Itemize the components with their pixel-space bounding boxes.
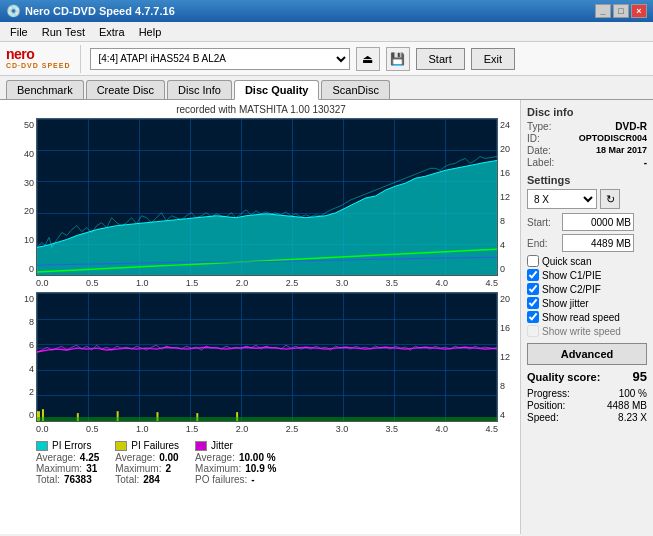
disc-type-value: DVD-R — [615, 121, 647, 132]
progress-section: Progress: 100 % Position: 4488 MB Speed:… — [527, 388, 647, 423]
y-left-bot-6: 6 — [29, 340, 34, 350]
maximize-button[interactable]: □ — [613, 4, 629, 18]
chart-title: recorded with MATSHITA 1.00 130327 — [6, 104, 516, 115]
y-right-bot-16: 16 — [500, 323, 516, 333]
show-read-speed-checkbox[interactable] — [527, 311, 539, 323]
legend-max-label-jitter: Maximum: — [195, 463, 241, 474]
x-bot-2.5: 2.5 — [286, 424, 299, 434]
save-button[interactable]: 💾 — [386, 47, 410, 71]
progress-value: 100 % — [619, 388, 647, 399]
y-right-bot-4: 4 — [500, 410, 516, 420]
legend-avg-label-pif: Average: — [115, 452, 155, 463]
y-right-top-12: 12 — [500, 192, 516, 202]
quality-score-label: Quality score: — [527, 371, 600, 383]
tab-benchmark[interactable]: Benchmark — [6, 80, 84, 99]
x-top-3.0: 3.0 — [336, 278, 349, 288]
disc-date-value: 18 Mar 2017 — [596, 145, 647, 156]
main-content: recorded with MATSHITA 1.00 130327 50 40… — [0, 100, 653, 534]
x-top-1.5: 1.5 — [186, 278, 199, 288]
x-bot-2.0: 2.0 — [236, 424, 249, 434]
show-c1pie-checkbox[interactable] — [527, 269, 539, 281]
show-write-speed-row: Show write speed — [527, 325, 647, 337]
speed-select[interactable]: 8 X 4 X 6 X 12 X 16 X Maximum — [527, 189, 597, 209]
tab-bar: Benchmark Create Disc Disc Info Disc Qua… — [0, 76, 653, 100]
quick-scan-checkbox[interactable] — [527, 255, 539, 267]
tab-scandisc[interactable]: ScanDisc — [321, 80, 389, 99]
y-right-top-0: 0 — [500, 264, 516, 274]
end-input[interactable] — [562, 234, 634, 252]
quick-scan-label: Quick scan — [542, 256, 591, 267]
menu-help[interactable]: Help — [133, 24, 168, 40]
show-read-speed-label: Show read speed — [542, 312, 620, 323]
legend-pi-errors: PI Errors Average: 4.25 Maximum: 31 Tota… — [36, 440, 99, 485]
bottom-chart-svg — [37, 293, 497, 421]
quality-score-value: 95 — [633, 369, 647, 384]
close-button[interactable]: × — [631, 4, 647, 18]
eject-button[interactable]: ⏏ — [356, 47, 380, 71]
x-top-1.0: 1.0 — [136, 278, 149, 288]
refresh-button[interactable]: ↻ — [600, 189, 620, 209]
disc-id-value: OPTODISCR004 — [579, 133, 647, 144]
exit-button[interactable]: Exit — [471, 48, 515, 70]
x-bot-1.5: 1.5 — [186, 424, 199, 434]
disc-label-value: - — [644, 157, 647, 168]
y-right-top-16: 16 — [500, 168, 516, 178]
speed-row-prog: Speed: 8.23 X — [527, 412, 647, 423]
disc-date-row: Date: 18 Mar 2017 — [527, 145, 647, 156]
show-jitter-label: Show jitter — [542, 298, 589, 309]
x-top-2.0: 2.0 — [236, 278, 249, 288]
tab-disc-info[interactable]: Disc Info — [167, 80, 232, 99]
start-mb-row: Start: — [527, 213, 647, 231]
disc-label-row: Label: - — [527, 157, 647, 168]
speed-row: 8 X 4 X 6 X 12 X 16 X Maximum ↻ — [527, 189, 647, 209]
quick-scan-row: Quick scan — [527, 255, 647, 267]
menu-file[interactable]: File — [4, 24, 34, 40]
nero-brand-text: nero — [6, 47, 71, 62]
minimize-button[interactable]: _ — [595, 4, 611, 18]
chart-area: recorded with MATSHITA 1.00 130327 50 40… — [0, 100, 520, 534]
legend-pi-failures: PI Failures Average: 0.00 Maximum: 2 Tot… — [115, 440, 179, 485]
progress-label: Progress: — [527, 388, 570, 399]
end-label: End: — [527, 238, 559, 249]
start-input[interactable] — [562, 213, 634, 231]
x-top-4.5: 4.5 — [485, 278, 498, 288]
legend-title-pif: PI Failures — [131, 440, 179, 451]
tab-create-disc[interactable]: Create Disc — [86, 80, 165, 99]
menu-extra[interactable]: Extra — [93, 24, 131, 40]
disc-type-label: Type: — [527, 121, 551, 132]
position-row: Position: 4488 MB — [527, 400, 647, 411]
x-bot-4.0: 4.0 — [436, 424, 449, 434]
legend-total-val-pie: 76383 — [64, 474, 92, 485]
x-bot-0.5: 0.5 — [86, 424, 99, 434]
svg-rect-8 — [37, 417, 497, 421]
legend-max-val-pif: 2 — [165, 463, 171, 474]
advanced-button[interactable]: Advanced — [527, 343, 647, 365]
show-c2pif-label: Show C2/PIF — [542, 284, 601, 295]
x-bot-3.5: 3.5 — [386, 424, 399, 434]
device-select[interactable]: [4:4] ATAPI iHAS524 B AL2A — [90, 48, 350, 70]
show-jitter-checkbox[interactable] — [527, 297, 539, 309]
position-label: Position: — [527, 400, 565, 411]
x-top-4.0: 4.0 — [436, 278, 449, 288]
show-c2pif-checkbox[interactable] — [527, 283, 539, 295]
top-chart-svg — [37, 119, 497, 275]
x-top-0.5: 0.5 — [86, 278, 99, 288]
x-bot-1.0: 1.0 — [136, 424, 149, 434]
show-read-speed-row: Show read speed — [527, 311, 647, 323]
show-write-speed-checkbox — [527, 325, 539, 337]
speed-value: 8.23 X — [618, 412, 647, 423]
legend-color-pi-errors — [36, 441, 48, 451]
menu-bar: File Run Test Extra Help — [0, 22, 653, 42]
y-right-top-8: 8 — [500, 216, 516, 226]
show-jitter-row: Show jitter — [527, 297, 647, 309]
disc-date-label: Date: — [527, 145, 551, 156]
y-right-top-20: 20 — [500, 144, 516, 154]
tab-disc-quality[interactable]: Disc Quality — [234, 80, 320, 100]
start-button[interactable]: Start — [416, 48, 465, 70]
legend-title-jitter: Jitter — [211, 440, 233, 451]
y-left-top-20: 20 — [24, 206, 34, 216]
menu-run-test[interactable]: Run Test — [36, 24, 91, 40]
y-left-bot-10: 10 — [24, 294, 34, 304]
nero-product-text: CD·DVD SPEED — [6, 62, 71, 70]
y-left-bot-8: 8 — [29, 317, 34, 327]
